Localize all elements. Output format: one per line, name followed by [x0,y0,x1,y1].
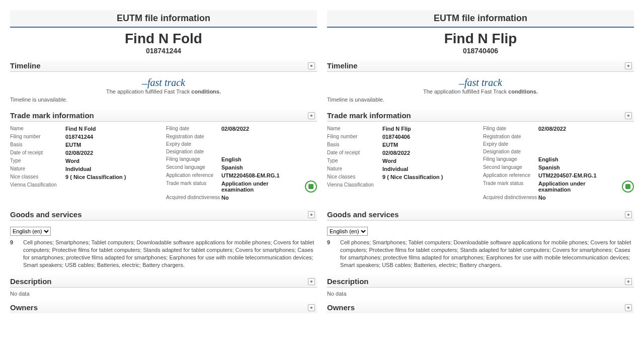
k-vienna: Vienna Classification [10,182,65,188]
info-col-left: NameFind N Fold Filing number018741244 B… [10,125,161,202]
info-col-left: NameFind N Flip Filing number018740406 B… [327,125,478,202]
collapse-icon[interactable] [625,304,632,311]
v-flang: English [221,156,317,162]
fast-track: —fast track The application fulfilled Fa… [327,77,634,95]
v-nice: 9 ( Nice Classification ) [65,174,161,180]
filing-number: 018741244 [10,47,317,55]
k-reg: Registration date [483,134,538,139]
k-reg: Registration date [166,134,221,139]
status-badge-icon [305,180,317,193]
section-timeline: Timeline —fast track The application ful… [10,60,317,106]
v-slang: Spanish [538,164,634,170]
section-header-tmi[interactable]: Trade mark information [10,110,317,122]
fasttrack-logo: fast track [464,77,502,88]
collapse-icon[interactable] [625,211,632,218]
v-filing: 018741244 [65,134,161,140]
section-header-gs[interactable]: Goods and services [327,209,634,221]
trademark-name: Find N Fold [10,31,317,47]
section-timeline: Timeline —fast track The application ful… [327,60,634,106]
section-goods-services: Goods and services English (en) 9 Cell p… [10,209,317,272]
gs-class-text: Cell phones; Smartphones; Tablet compute… [340,239,634,268]
section-title: Timeline [327,61,358,70]
file-header: EUTM file information [10,10,317,28]
v-type: Word [65,158,161,164]
k-des: Designation date [166,149,221,154]
v-flang: English [538,156,634,162]
ft-pretext: The application fulfilled Fast Track [106,88,191,95]
fasttrack-logo: fast track [147,77,185,88]
k-nature: Nature [10,166,65,171]
v-fd: 02/08/2022 [538,126,634,132]
k-exp: Expiry date [483,141,538,147]
gs-class-number: 9 [10,239,17,268]
k-acq: Acquired distinctiveness [166,195,221,200]
section-title: Description [10,277,52,286]
section-header-timeline[interactable]: Timeline [10,60,317,72]
two-panel-container: EUTM file information Find N Fold 018741… [0,0,644,323]
section-header-owners[interactable]: Owners [327,302,634,313]
language-select[interactable]: English (en) [327,227,368,236]
collapse-icon[interactable] [625,112,632,119]
section-trademark-info: Trade mark information NameFind N Flip F… [327,110,634,205]
v-status: Application under examination [538,180,619,193]
info-col-right: Filing date02/08/2022 Registration date … [166,125,317,202]
k-fd: Filing date [166,126,221,131]
collapse-icon[interactable] [308,112,315,119]
section-header-gs[interactable]: Goods and services [10,209,317,221]
k-basis: Basis [327,142,382,147]
collapse-icon[interactable] [308,62,315,69]
collapse-icon[interactable] [625,62,632,69]
section-owners: Owners [10,302,317,313]
section-title: Timeline [10,61,41,70]
panel-right: EUTM file information Find N Flip 018740… [327,10,634,313]
k-dor: Date of receipt [327,150,382,155]
v-fd: 02/08/2022 [221,126,317,132]
ft-pretext: The application fulfilled Fast Track [423,88,508,95]
gs-class-block: 9 Cell phones; Smartphones; Tablet compu… [10,239,317,268]
k-type: Type [327,158,382,163]
k-name: Name [10,126,65,131]
v-nature: Individual [65,166,161,172]
section-header-owners[interactable]: Owners [10,302,317,313]
section-header-timeline[interactable]: Timeline [327,60,634,72]
v-basis: EUTM [65,142,161,148]
no-data: No data [327,291,634,297]
no-data: No data [10,291,317,297]
filing-number: 018740406 [327,47,634,55]
section-description: Description No data [327,276,634,300]
k-dor: Date of receipt [10,150,65,155]
timeline-unavailable: Timeline is unavailable. [327,97,634,103]
ft-cond: conditions. [191,88,221,95]
gs-class-block: 9 Cell phones; Smartphones; Tablet compu… [327,239,634,268]
v-nice: 9 ( Nice Classification ) [382,174,478,180]
section-header-tmi[interactable]: Trade mark information [327,110,634,122]
info-grid: NameFind N Flip Filing number018740406 B… [327,125,634,202]
section-description: Description No data [10,276,317,300]
section-title: Owners [327,303,355,312]
v-basis: EUTM [382,142,478,148]
k-status: Trade mark status [483,180,538,186]
collapse-icon[interactable] [308,211,315,218]
v-acq: No [538,195,634,201]
k-slang: Second language [166,164,221,170]
collapse-icon[interactable] [308,278,315,285]
fast-track: —fast track The application fulfilled Fa… [10,77,317,95]
collapse-icon[interactable] [308,304,315,311]
trademark-name: Find N Flip [327,31,634,47]
k-exp: Expiry date [166,141,221,147]
k-basis: Basis [10,142,65,147]
k-nice: Nice classes [327,174,382,179]
v-status: Application under examination [221,180,302,193]
section-header-desc[interactable]: Description [10,276,317,288]
language-select[interactable]: English (en) [10,227,51,236]
status-badge-icon [622,180,634,193]
v-dor: 02/08/2022 [382,150,478,156]
info-grid: NameFind N Fold Filing number018741244 B… [10,125,317,202]
k-nature: Nature [327,166,382,171]
v-appref: UTM2204508-EM.RG.1 [221,172,317,178]
v-dor: 02/08/2022 [65,150,161,156]
section-title: Goods and services [10,210,82,219]
section-header-desc[interactable]: Description [327,276,634,288]
collapse-icon[interactable] [625,278,632,285]
section-goods-services: Goods and services English (en) 9 Cell p… [327,209,634,272]
